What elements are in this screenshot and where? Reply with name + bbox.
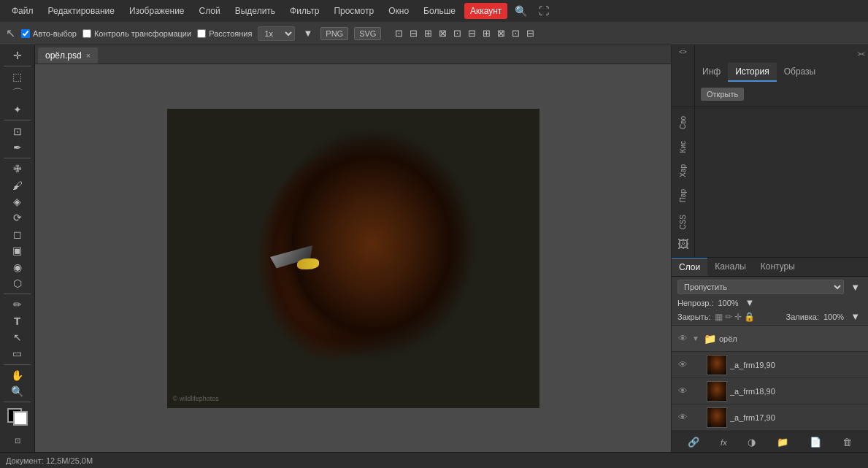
lock-all-icon[interactable]: 🔒 bbox=[744, 312, 755, 322]
layer-expand-eagle[interactable]: ▼ bbox=[692, 334, 701, 342]
fullscreen-icon[interactable]: ⛶ bbox=[534, 2, 553, 20]
menu-image[interactable]: Изображение bbox=[123, 3, 191, 19]
tab-history[interactable]: История bbox=[728, 63, 777, 82]
move-tool-icon[interactable]: ↖ bbox=[6, 26, 15, 40]
auto-select-checkbox[interactable] bbox=[21, 29, 30, 38]
doc-size: Документ: 12,5М/25,0М bbox=[6, 456, 93, 465]
shape-tool-btn[interactable]: ▭ bbox=[7, 346, 28, 361]
distribute4-icon[interactable]: ⊠ bbox=[495, 28, 507, 39]
search-icon[interactable]: 🔍 bbox=[510, 2, 531, 20]
zoom-select[interactable]: 1x2x0.5x bbox=[258, 26, 295, 41]
tab-channels[interactable]: Каналы bbox=[707, 258, 753, 276]
move-tool-btn[interactable]: ✛ bbox=[7, 48, 28, 63]
folder-icon[interactable]: 📁 bbox=[777, 437, 788, 448]
layer-vis-eagle[interactable]: 👁 bbox=[676, 333, 689, 344]
hand-tool-btn[interactable]: ✋ bbox=[7, 368, 28, 383]
menu-more[interactable]: Больше bbox=[418, 3, 461, 19]
blend-mode-dropdown-icon[interactable]: ▼ bbox=[848, 282, 862, 293]
lock-position-icon[interactable]: ✛ bbox=[734, 312, 742, 322]
document-tab[interactable]: орёл.psd × bbox=[38, 47, 98, 64]
history-open-btn[interactable]: Открыть bbox=[701, 88, 744, 101]
history-brush-btn[interactable]: ⟳ bbox=[7, 210, 28, 225]
panel-expand-btn[interactable]: >< bbox=[857, 50, 865, 58]
layer-folder-icon: 📁 bbox=[704, 333, 716, 345]
link-layers-icon[interactable]: 🔗 bbox=[688, 437, 699, 448]
marquee-tool-btn[interactable]: ⬚ bbox=[7, 69, 28, 84]
eraser-btn[interactable]: ◻ bbox=[7, 227, 28, 242]
side-label-css[interactable]: CSS bbox=[676, 209, 690, 236]
adjustment-layer-icon[interactable]: ◑ bbox=[748, 437, 756, 448]
align-center-icon[interactable]: ⊟ bbox=[407, 28, 420, 39]
canvas-content[interactable]: © wildlifephotos bbox=[35, 64, 671, 452]
png-btn[interactable]: PNG bbox=[320, 27, 348, 40]
side-label-svo[interactable]: Сво bbox=[676, 110, 690, 135]
menu-filter[interactable]: Фильтр bbox=[284, 3, 325, 19]
layer-vis-frm18[interactable]: 👁 bbox=[676, 385, 689, 396]
side-label-par[interactable]: Пар bbox=[676, 183, 690, 208]
blend-mode-select[interactable]: Пропустить Нормальный Умножение bbox=[677, 280, 844, 294]
quick-mask-btn[interactable]: ⊡ bbox=[7, 431, 28, 449]
menu-edit[interactable]: Редактирование bbox=[42, 3, 120, 19]
eyedropper-btn[interactable]: ✒ bbox=[7, 140, 28, 155]
blur-btn[interactable]: ◉ bbox=[7, 259, 28, 274]
side-label-khar[interactable]: Хар bbox=[676, 158, 690, 183]
align-top-icon[interactable]: ⊠ bbox=[437, 28, 449, 39]
new-layer-icon[interactable]: 📄 bbox=[810, 437, 821, 448]
distance-checkbox[interactable] bbox=[197, 29, 206, 38]
lock-pixels-icon[interactable]: ✏ bbox=[725, 312, 732, 322]
distribute6-icon[interactable]: ⊟ bbox=[524, 28, 537, 39]
menu-file[interactable]: Файл bbox=[6, 3, 39, 19]
color-swatch[interactable] bbox=[7, 408, 28, 426]
distribute3-icon[interactable]: ⊞ bbox=[480, 28, 493, 39]
delete-layer-icon[interactable]: 🗑 bbox=[842, 437, 852, 448]
layer-vis-frm19[interactable]: 👁 bbox=[676, 359, 689, 370]
opacity-row: Непрозр.: 100% ▼ bbox=[677, 297, 862, 308]
fx-icon[interactable]: fx bbox=[721, 438, 727, 447]
menu-layer[interactable]: Слой bbox=[193, 3, 226, 19]
dodge-btn[interactable]: ⬡ bbox=[7, 276, 28, 291]
tool-sep-3 bbox=[4, 158, 31, 158]
fill-dropdown-icon[interactable]: ▼ bbox=[848, 311, 862, 322]
lock-transparent-icon[interactable]: ▦ bbox=[715, 312, 723, 322]
text-tool-btn[interactable]: T bbox=[7, 313, 28, 328]
distribute2-icon[interactable]: ⊟ bbox=[466, 28, 478, 39]
side-label-kis[interactable]: Кис bbox=[676, 135, 690, 158]
tab-samples[interactable]: Образы bbox=[777, 63, 823, 82]
zoom-out-icon[interactable]: ▼ bbox=[301, 28, 315, 39]
zoom-tool-btn[interactable]: 🔍 bbox=[7, 384, 28, 399]
path-select-btn[interactable]: ↖ bbox=[7, 330, 28, 345]
tab-close-btn[interactable]: × bbox=[86, 51, 91, 60]
menu-view[interactable]: Просмотр bbox=[328, 3, 380, 19]
gradient-btn[interactable]: ▣ bbox=[7, 243, 28, 258]
distribute-icon[interactable]: ⊡ bbox=[451, 28, 464, 39]
menu-account[interactable]: Аккаунт bbox=[464, 3, 507, 19]
menu-window[interactable]: Окно bbox=[383, 3, 415, 19]
crop-tool-btn[interactable]: ⊡ bbox=[7, 123, 28, 138]
brush-tool-btn[interactable]: 🖌 bbox=[7, 177, 28, 192]
panel-image-icon[interactable]: 🖼 bbox=[675, 235, 692, 254]
background-color[interactable] bbox=[13, 411, 28, 426]
panel-collapse-left[interactable]: <> bbox=[672, 45, 694, 58]
distribute5-icon[interactable]: ⊡ bbox=[510, 28, 522, 39]
svg-btn[interactable]: SVG bbox=[354, 27, 381, 40]
opacity-dropdown-icon[interactable]: ▼ bbox=[743, 297, 757, 308]
lasso-tool-btn[interactable]: ⌒ bbox=[7, 86, 28, 101]
layer-vis-frm17[interactable]: 👁 bbox=[676, 412, 689, 423]
layer-frm17[interactable]: 👁 _a_frm17,90 bbox=[672, 404, 868, 431]
align-left-icon[interactable]: ⊡ bbox=[393, 28, 405, 39]
distance-option: Расстояния bbox=[197, 29, 252, 38]
menu-select[interactable]: Выделить bbox=[229, 3, 281, 19]
pen-tool-btn[interactable]: ✏ bbox=[7, 297, 28, 312]
clone-tool-btn[interactable]: ◈ bbox=[7, 194, 28, 209]
magic-wand-btn[interactable]: ✦ bbox=[7, 102, 28, 117]
tab-layers[interactable]: Слои bbox=[672, 258, 707, 276]
tab-paths[interactable]: Контуры bbox=[753, 258, 802, 276]
align-right-icon[interactable]: ⊞ bbox=[422, 28, 434, 39]
transform-checkbox[interactable] bbox=[82, 29, 91, 38]
tab-info[interactable]: Инф bbox=[695, 63, 728, 82]
layer-frm18[interactable]: 👁 _a_frm18,90 bbox=[672, 378, 868, 404]
layer-group-eagle[interactable]: 👁 ▼ 📁 орёл bbox=[672, 326, 868, 352]
heal-tool-btn[interactable]: ✙ bbox=[7, 161, 28, 176]
layer-frm19[interactable]: 👁 _a_frm19,90 bbox=[672, 352, 868, 378]
lock-icons: ▦ ✏ ✛ 🔒 bbox=[715, 312, 755, 322]
